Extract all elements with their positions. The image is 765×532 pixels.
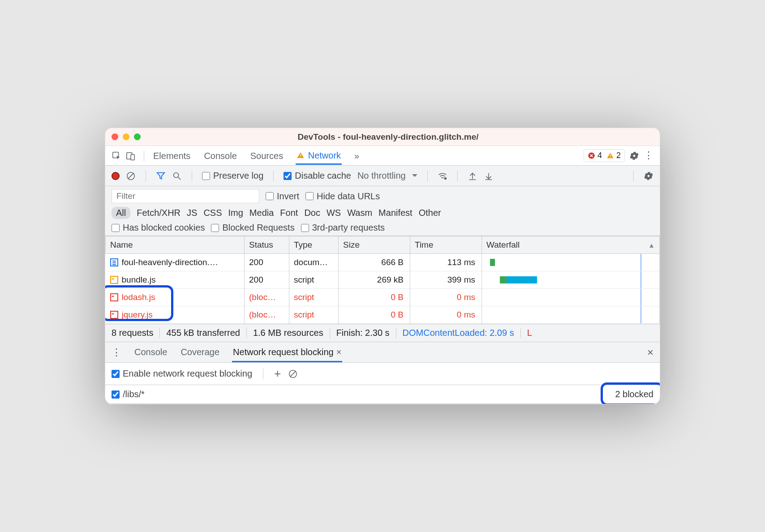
third-party-checkbox[interactable]: 3rd-party requests [301, 223, 385, 233]
close-tab-icon[interactable]: × [336, 347, 342, 357]
summary-finish: Finish: 2.30 s [330, 328, 396, 338]
cell-time: 113 ms [410, 254, 482, 271]
resource-types-bar: All Fetch/XHR JS CSS Img Media Font Doc … [105, 203, 660, 223]
type-chip-css[interactable]: CSS [203, 208, 222, 218]
cell-status: 200 [245, 271, 289, 289]
upload-har-icon[interactable] [468, 171, 477, 181]
network-toolbar: Preserve log Disable cache No throttling [105, 166, 660, 186]
error-circle-icon [588, 152, 595, 159]
invert-checkbox[interactable]: Invert [266, 191, 299, 202]
cell-size: 0 B [339, 306, 410, 324]
type-chip-wasm[interactable]: Wasm [347, 208, 372, 218]
type-chip-img[interactable]: Img [228, 208, 243, 218]
type-chip-all[interactable]: All [112, 207, 130, 219]
warning-triangle-icon [606, 152, 614, 159]
download-har-icon[interactable] [484, 171, 494, 181]
summary-requests: 8 requests [112, 328, 160, 338]
window-titlebar: DevTools - foul-heavenly-direction.glitc… [105, 128, 660, 146]
issue-badges[interactable]: 4 2 [584, 149, 625, 162]
enable-blocking-checkbox[interactable]: Enable network request blocking [112, 369, 252, 379]
type-chip-ws[interactable]: WS [327, 208, 341, 218]
kebab-menu-icon[interactable]: ⋮ [644, 154, 653, 158]
add-pattern-icon[interactable]: + [274, 367, 281, 381]
tab-console[interactable]: Console [203, 147, 237, 165]
col-name[interactable]: Name [106, 236, 245, 254]
inspect-icon[interactable] [112, 151, 121, 161]
filter-funnel-icon[interactable] [156, 171, 166, 181]
cell-waterfall [482, 254, 660, 271]
svg-rect-7 [610, 157, 610, 157]
blocking-controls: Enable network request blocking + [105, 363, 660, 385]
clear-icon[interactable] [126, 171, 136, 181]
drawer-tab-blocking[interactable]: Network request blocking× [232, 343, 342, 362]
type-chip-doc[interactable]: Doc [304, 208, 320, 218]
window-title: DevTools - foul-heavenly-direction.glitc… [145, 132, 653, 142]
cell-type: script [289, 271, 339, 289]
type-chip-other[interactable]: Other [419, 208, 441, 218]
col-waterfall[interactable]: Waterfall [482, 236, 660, 254]
summary-domcontentloaded: DOMContentLoaded: 2.09 s [396, 328, 521, 338]
cell-name: bundle.js [106, 271, 245, 289]
close-window-icon[interactable] [112, 133, 118, 140]
drawer-more-icon[interactable]: ⋮ [112, 347, 122, 358]
table-header-row: Name Status Type Size Time Waterfall [106, 236, 660, 254]
record-button[interactable] [112, 172, 120, 180]
minimize-window-icon[interactable] [123, 133, 129, 140]
svg-line-11 [178, 177, 181, 180]
chevron-down-icon[interactable] [412, 174, 417, 180]
svg-rect-6 [610, 154, 610, 156]
cell-status: (bloc… [245, 289, 289, 306]
settings-gear-icon[interactable] [629, 151, 639, 161]
network-conditions-icon[interactable] [438, 171, 447, 181]
drawer-close-icon[interactable]: × [647, 346, 653, 359]
preserve-log-checkbox[interactable]: Preserve log [202, 171, 263, 181]
type-chip-media[interactable]: Media [249, 208, 274, 218]
warning-triangle-icon [297, 151, 305, 159]
type-chip-manifest[interactable]: Manifest [378, 208, 413, 218]
type-chip-font[interactable]: Font [280, 208, 298, 218]
filter-input[interactable] [112, 189, 259, 203]
disable-cache-checkbox[interactable]: Disable cache [284, 171, 351, 181]
col-type[interactable]: Type [289, 236, 339, 254]
pattern-enabled-checkbox[interactable]: /libs/* [112, 389, 145, 399]
col-time[interactable]: Time [410, 236, 482, 254]
tab-elements[interactable]: Elements [152, 147, 191, 165]
search-icon[interactable] [172, 171, 182, 181]
blocked-requests-checkbox[interactable]: Blocked Requests [211, 223, 294, 233]
network-table: Name Status Type Size Time Waterfall fou… [105, 236, 660, 324]
svg-point-12 [444, 177, 447, 180]
has-blocked-cookies-checkbox[interactable]: Has blocked cookies [112, 223, 205, 233]
table-row[interactable]: jquery.js(bloc…script0 B0 ms [106, 306, 660, 324]
col-size[interactable]: Size [339, 236, 410, 254]
table-row[interactable]: bundle.js200script269 kB399 ms [106, 271, 660, 289]
file-type-icon [110, 258, 118, 266]
throttling-select[interactable]: No throttling [357, 171, 406, 181]
hide-data-urls-checkbox[interactable]: Hide data URLs [305, 191, 380, 202]
drawer-tab-console[interactable]: Console [133, 343, 168, 362]
drawer-tab-coverage[interactable]: Coverage [180, 343, 220, 362]
network-settings-gear-icon[interactable] [644, 171, 653, 181]
blocking-pattern-row[interactable]: /libs/* 2 blocked [105, 385, 660, 404]
type-chip-fetch-xhr[interactable]: Fetch/XHR [137, 208, 181, 218]
cell-name: foul-heavenly-direction.… [106, 254, 245, 271]
col-status[interactable]: Status [245, 236, 289, 254]
cell-time: 0 ms [410, 289, 482, 306]
type-chip-js[interactable]: JS [187, 208, 197, 218]
cell-size: 666 B [339, 254, 410, 271]
cell-waterfall [482, 306, 660, 324]
table-row[interactable]: foul-heavenly-direction.…200docum…666 B1… [106, 254, 660, 271]
remove-all-patterns-icon[interactable] [288, 369, 298, 379]
table-row[interactable]: lodash.js(bloc…script0 B0 ms [106, 289, 660, 306]
summary-resources: 1.6 MB resources [247, 328, 330, 338]
maximize-window-icon[interactable] [134, 133, 141, 140]
tab-sources[interactable]: Sources [249, 147, 284, 165]
pattern-blocked-count: 2 blocked [615, 389, 653, 399]
tabs-overflow[interactable]: » [353, 147, 360, 165]
drawer-tabstrip: ⋮ Console Coverage Network request block… [105, 342, 660, 363]
svg-line-9 [128, 173, 134, 179]
device-toggle-icon[interactable] [126, 151, 136, 161]
cell-type: script [289, 289, 339, 306]
tab-network[interactable]: Network [296, 146, 342, 165]
cell-name: jquery.js [106, 306, 245, 324]
cell-waterfall [482, 289, 660, 306]
